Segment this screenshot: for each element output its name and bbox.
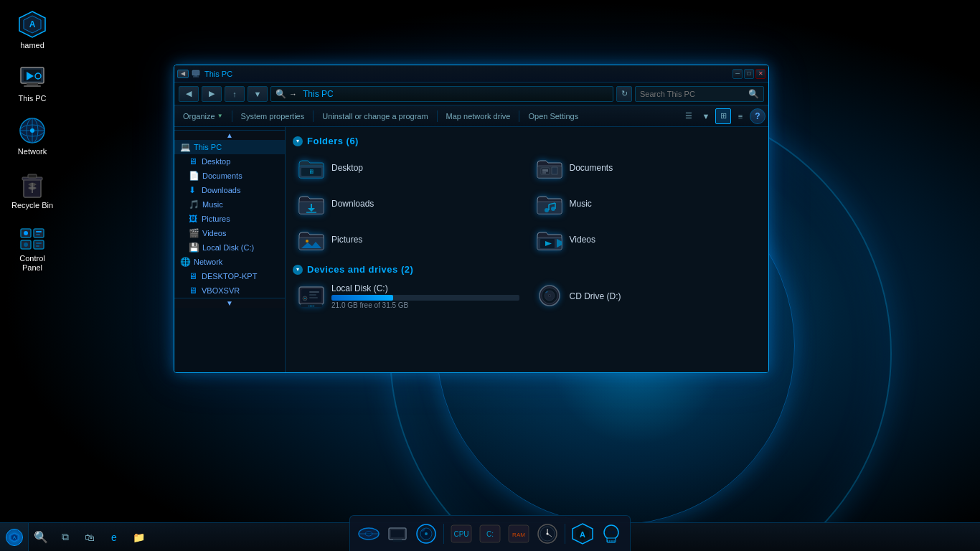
sidebar-item-localdisk[interactable]: 💾 Local Disk (C:) <box>174 240 285 255</box>
dock-icon-live2[interactable]: C: <box>477 521 503 547</box>
folder-item-downloads[interactable]: Downloads <box>293 188 524 220</box>
sidebar-scroll-down[interactable]: ▼ <box>174 298 285 308</box>
toolbar-separator-1 <box>232 110 232 122</box>
local-disk-c-bar <box>331 295 393 301</box>
desktop-icon-control[interactable]: Control Panel <box>7 220 57 276</box>
recycle-icon-label: Recycle Bin <box>11 201 53 210</box>
dock-alienware-icon[interactable]: A <box>570 521 595 547</box>
svg-point-94 <box>547 532 549 534</box>
sidebar-documents-icon: 📄 <box>189 171 199 181</box>
svg-rect-28 <box>192 70 199 75</box>
refresh-button[interactable]: ↻ <box>616 86 632 102</box>
drives-grid: HDD Local Disk (C:) 21.0 GB free of 31.5… <box>293 281 761 312</box>
drive-item-d[interactable]: CD Drive (D:) <box>531 281 762 312</box>
svg-text:HDD: HDD <box>308 304 315 308</box>
local-disk-c-info: Local Disk (C:) 21.0 GB free of 31.5 GB <box>331 283 519 309</box>
taskbar-search-button[interactable]: 🔍 <box>29 525 53 550</box>
svg-point-82 <box>425 532 428 535</box>
sidebar-item-music[interactable]: 🎵 Music <box>174 197 285 212</box>
titlebar-pc-icon <box>192 69 202 79</box>
desktop-icon-recycle[interactable]: Recycle Bin <box>7 167 57 213</box>
sidebar-thispc-label: This PC <box>194 143 222 151</box>
sidebar-item-pictures[interactable]: 🖼 Pictures <box>174 212 285 226</box>
help-button[interactable]: ? <box>750 108 765 124</box>
cd-drive-icon <box>535 283 564 309</box>
forward-button[interactable]: ▶ <box>202 86 222 102</box>
local-disk-c-label: Local Disk (C:) <box>331 283 519 293</box>
desktop-icon-thispc[interactable]: This PC <box>7 60 57 106</box>
folder-item-videos[interactable]: Videos <box>531 224 762 255</box>
control-panel-icon-label: Control Panel <box>10 254 55 273</box>
svg-rect-24 <box>36 234 40 235</box>
toolbar-separator-3 <box>437 110 438 122</box>
dock-icon-1[interactable] <box>356 521 382 547</box>
folders-section-title: Folders (6) <box>307 136 359 146</box>
back-button[interactable]: ◀ <box>179 86 199 102</box>
cd-drive-d-label: CD Drive (D:) <box>570 291 758 301</box>
organize-button[interactable]: Organize ▼ <box>177 108 229 124</box>
svg-rect-19 <box>34 229 44 237</box>
view-btn-dropdown[interactable]: ▼ <box>698 108 714 124</box>
sidebar-item-downloads[interactable]: ⬇ Downloads <box>174 183 285 197</box>
svg-point-69 <box>549 295 550 296</box>
folder-item-desktop[interactable]: 🖥 Desktop <box>293 152 524 184</box>
dock-icon-clock[interactable] <box>534 521 560 547</box>
system-properties-button[interactable]: System properties <box>235 108 311 124</box>
titlebar-maximize[interactable]: □ <box>744 69 754 79</box>
search-box[interactable]: 🔍 <box>635 86 764 102</box>
taskbar-explorer[interactable]: 📁 <box>126 525 151 550</box>
map-drive-button[interactable]: Map network drive <box>440 108 517 124</box>
pictures-folder-label: Pictures <box>331 235 362 245</box>
uninstall-button[interactable]: Uninstall or change a program <box>316 108 433 124</box>
address-bar: ◀ ▶ ↑ ▼ 🔍 → This PC ↻ 🔍 <box>174 83 768 105</box>
taskbar-taskview[interactable]: ⧉ <box>53 525 77 550</box>
view-details-button[interactable]: ☰ <box>681 108 697 124</box>
titlebar-title: This PC <box>204 70 232 78</box>
titlebar-nav-back[interactable]: ◀ <box>177 70 189 78</box>
address-path[interactable]: 🔍 → This PC <box>270 86 613 102</box>
sidebar-vboxsvr-label: VBOXSVR <box>202 286 240 295</box>
sidebar-item-desktop[interactable]: 🖥 Desktop <box>174 154 285 169</box>
documents-folder-icon <box>535 155 564 181</box>
titlebar-close[interactable]: ✕ <box>755 69 765 79</box>
sidebar-item-vboxsvr[interactable]: 🖥 VBOXSVR <box>174 283 285 298</box>
dock-icon-skull[interactable] <box>598 521 624 547</box>
sidebar-item-videos[interactable]: 🎬 Videos <box>174 226 285 240</box>
dropdown-button[interactable]: ▼ <box>248 86 268 102</box>
folder-item-documents[interactable]: Documents <box>531 152 762 184</box>
taskbar-edge[interactable]: e <box>102 525 126 550</box>
sidebar: ▲ 💻 This PC 🖥 Desktop 📄 Documents ⬇ Down… <box>174 127 286 372</box>
sidebar-item-documents[interactable]: 📄 Documents <box>174 169 285 183</box>
titlebar-minimize[interactable]: ─ <box>732 69 743 79</box>
taskbar-store[interactable]: 🛍 <box>77 525 102 550</box>
folder-item-music[interactable]: Music <box>531 188 762 220</box>
start-button[interactable]: A <box>0 523 29 552</box>
titlebar-controls: ─ □ ✕ <box>732 69 765 79</box>
svg-point-45 <box>545 208 549 212</box>
svg-rect-30 <box>193 76 199 77</box>
desktop-icon-hamed[interactable]: A hamed <box>7 7 57 53</box>
sidebar-item-desktop-kpt[interactable]: 🖥 DESKTOP-KPT <box>174 269 285 283</box>
up-button[interactable]: ↑ <box>225 86 245 102</box>
sidebar-item-network[interactable]: 🌐 Network <box>174 255 285 269</box>
dock-icon-live1[interactable]: CPU <box>448 521 474 547</box>
folders-section-header: ▾ Folders (6) <box>293 136 761 146</box>
desktop-icon-network[interactable]: Network <box>7 113 57 159</box>
sidebar-item-thispc[interactable]: 💻 This PC <box>174 140 285 154</box>
drive-item-c[interactable]: HDD Local Disk (C:) 21.0 GB free of 31.5… <box>293 281 524 312</box>
search-input[interactable] <box>640 90 745 98</box>
svg-point-51 <box>306 240 308 242</box>
sidebar-scroll-up[interactable]: ▲ <box>174 130 285 140</box>
open-settings-button[interactable]: Open Settings <box>522 108 584 124</box>
folder-item-pictures[interactable]: Pictures <box>293 224 524 255</box>
dock-icon-live3[interactable]: RAM <box>506 521 532 547</box>
dock-icon-2[interactable] <box>385 521 410 547</box>
documents-folder-label: Documents <box>570 163 613 173</box>
dock-icon-3[interactable] <box>413 521 439 547</box>
view-tiles-button[interactable]: ⊞ <box>715 108 731 124</box>
view-list-button[interactable]: ≡ <box>732 108 748 124</box>
folders-collapse-btn[interactable]: ▾ <box>293 136 303 146</box>
svg-point-100 <box>608 530 611 534</box>
drives-collapse-btn[interactable]: ▾ <box>293 265 303 275</box>
sidebar-thispc-icon: 💻 <box>180 142 191 152</box>
